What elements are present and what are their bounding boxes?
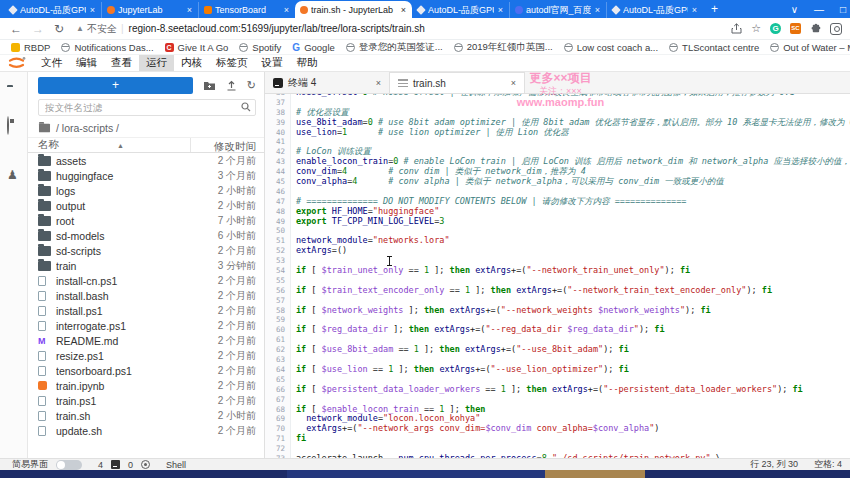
file-row[interactable]: install.ps12 个月前 bbox=[28, 303, 264, 318]
bookmark-star-icon[interactable]: ☆ bbox=[751, 22, 761, 35]
menu-帮助[interactable]: 帮助 bbox=[290, 55, 325, 71]
bookmark-item[interactable]: Notifications Das... bbox=[61, 42, 153, 53]
bookmark-item[interactable]: 登录您的英国签证... bbox=[346, 41, 443, 54]
tab-close-icon[interactable]: × bbox=[186, 5, 193, 15]
profile-avatar[interactable] bbox=[830, 23, 842, 35]
minimize-icon[interactable]: — bbox=[814, 4, 824, 15]
code-line[interactable]: 71fi bbox=[265, 434, 850, 444]
code-line[interactable]: 56if [ $train_text_encoder_only == 1 ]; … bbox=[265, 286, 850, 296]
menu-标签页[interactable]: 标签页 bbox=[209, 55, 255, 71]
kernel-count[interactable]: 0 bbox=[128, 460, 133, 470]
tab-close-icon[interactable]: × bbox=[400, 5, 407, 15]
bookmark-item[interactable]: GGoogle bbox=[292, 42, 334, 53]
browser-tab[interactable]: AutoDL-品质GPU租× bbox=[4, 2, 101, 18]
tab-train-sh[interactable]: train.sh × bbox=[390, 72, 525, 93]
tab-close-icon[interactable]: × bbox=[89, 5, 96, 15]
home-folder-icon[interactable] bbox=[39, 124, 50, 133]
file-row[interactable]: MREADME.md2 个月前 bbox=[28, 333, 264, 348]
file-row[interactable]: tensorboard.ps12 个月前 bbox=[28, 363, 264, 378]
browser-tab[interactable]: TensorBoard× bbox=[198, 2, 295, 18]
file-row[interactable]: sd-models6 小时前 bbox=[28, 228, 264, 243]
breadcrumb[interactable]: / lora-scripts / bbox=[28, 120, 264, 137]
extensions-puzzle-icon[interactable] bbox=[810, 23, 821, 34]
extension-manager-icon[interactable]: ♟ bbox=[7, 169, 18, 181]
bookmark-item[interactable]: Out of Water – M... bbox=[770, 42, 850, 53]
code-line[interactable]: 52extArgs=() bbox=[265, 246, 850, 256]
file-row[interactable]: train3 分钟前 bbox=[28, 258, 264, 273]
sc-extension-icon[interactable]: SC bbox=[790, 23, 801, 34]
close-icon[interactable]: × bbox=[376, 78, 381, 88]
forward-icon[interactable]: → bbox=[32, 22, 44, 36]
close-icon[interactable]: × bbox=[511, 78, 516, 88]
file-row[interactable]: install-cn.ps12 个月前 bbox=[28, 273, 264, 288]
bookmark-item[interactable]: TLScontact centre bbox=[669, 42, 759, 53]
terminal-count[interactable]: 4 bbox=[98, 460, 103, 470]
code-line[interactable]: 58if [ $network_weights ]; then extArgs+… bbox=[265, 306, 850, 316]
code-line[interactable]: 64if [ $use_lion == 1 ]; then extArgs+=(… bbox=[265, 365, 850, 375]
browser-tab[interactable]: JupyterLab× bbox=[101, 2, 198, 18]
code-line[interactable]: 70 extArgs+=("--network_args conv_dim=$c… bbox=[265, 424, 850, 434]
file-row[interactable]: train.ipynb2 个月前 bbox=[28, 378, 264, 393]
back-icon[interactable]: ← bbox=[10, 22, 22, 36]
menu-运行[interactable]: 运行 bbox=[139, 55, 174, 71]
tab-close-icon[interactable]: × bbox=[283, 5, 290, 15]
browser-tab[interactable]: train.sh - JupyterLab× bbox=[295, 1, 412, 18]
tab-search-icon[interactable]: ∨ bbox=[791, 4, 798, 15]
tab-close-icon[interactable]: × bbox=[594, 5, 601, 15]
code-line[interactable]: 45conv_alpha=4 # conv alpha | 类似于 networ… bbox=[265, 177, 850, 187]
bookmark-item[interactable]: Low cost coach a... bbox=[564, 42, 658, 53]
code-line[interactable]: 49export TF_CPP_MIN_LOG_LEVEL=3 bbox=[265, 217, 850, 227]
file-filter-input[interactable] bbox=[38, 99, 256, 116]
bookmark-item[interactable]: 2019年红领巾英国... bbox=[454, 41, 553, 54]
code-editor[interactable]: 36noise_offset=0 # noise offset | 在训练中添加… bbox=[265, 94, 850, 458]
file-row[interactable]: output2 小时前 bbox=[28, 198, 264, 213]
menu-查看[interactable]: 查看 bbox=[104, 55, 139, 71]
share-icon[interactable] bbox=[731, 23, 742, 34]
name-column-header[interactable]: 名称 ▲ bbox=[38, 138, 190, 152]
code-line[interactable]: 66if [ $persistent_data_loader_workers =… bbox=[265, 385, 850, 395]
bookmark-item[interactable]: RBDP bbox=[11, 42, 50, 53]
tab-close-icon[interactable]: × bbox=[497, 5, 504, 15]
modified-column-header[interactable]: 修改时间 bbox=[190, 138, 264, 152]
file-row[interactable]: resize.ps12 个月前 bbox=[28, 348, 264, 363]
code-line[interactable]: 54if [ $train_unet_only == 1 ]; then ext… bbox=[265, 266, 850, 276]
file-row[interactable]: assets2 个月前 bbox=[28, 153, 264, 168]
file-row[interactable]: sd-scripts2 个月前 bbox=[28, 243, 264, 258]
browser-tab[interactable]: autodl官网_百度搜索× bbox=[509, 2, 606, 18]
code-line[interactable]: 62if [ $use_8bit_adam == 1 ]; then extAr… bbox=[265, 345, 850, 355]
simple-mode-toggle[interactable] bbox=[56, 460, 82, 470]
file-row[interactable]: logs2 小时前 bbox=[28, 183, 264, 198]
maximize-icon[interactable]: □ bbox=[840, 4, 846, 15]
browser-tab[interactable]: AutoDL-品质GPU租× bbox=[412, 2, 509, 18]
menu-文件[interactable]: 文件 bbox=[34, 55, 69, 71]
tab-terminal-4[interactable]: 终端 4 × bbox=[265, 72, 390, 93]
file-row[interactable]: train.sh2 小时前 bbox=[28, 408, 264, 423]
upload-icon[interactable] bbox=[226, 80, 237, 91]
reload-icon[interactable]: ↻ bbox=[54, 22, 64, 36]
tab-close-icon[interactable]: × bbox=[691, 5, 698, 15]
new-folder-icon[interactable] bbox=[203, 80, 216, 91]
bookmark-item[interactable]: Spotify bbox=[239, 42, 281, 53]
address-bar[interactable]: ▲ 不安全 | region-8.seetacloud.com:51699/ju… bbox=[76, 22, 731, 36]
file-row[interactable]: interrogate.ps12 个月前 bbox=[28, 318, 264, 333]
file-row[interactable]: root7 小时前 bbox=[28, 213, 264, 228]
refresh-icon[interactable]: ↻ bbox=[247, 80, 256, 91]
menu-编辑[interactable]: 编辑 bbox=[69, 55, 104, 71]
code-line[interactable]: 37 bbox=[265, 98, 850, 108]
code-line[interactable]: 36noise_offset=0 # noise offset | 在训练中添加… bbox=[265, 94, 850, 98]
file-row[interactable]: train.ps12 个月前 bbox=[28, 393, 264, 408]
file-row[interactable]: install.bash2 个月前 bbox=[28, 288, 264, 303]
file-row[interactable]: update.sh2 个月前 bbox=[28, 423, 264, 438]
code-line[interactable]: 51network_module="networks.lora" bbox=[265, 236, 850, 246]
new-launcher-button[interactable]: + bbox=[38, 77, 193, 94]
menu-内核[interactable]: 内核 bbox=[174, 55, 209, 71]
menu-设置[interactable]: 设置 bbox=[255, 55, 290, 71]
running-terminals-icon[interactable] bbox=[7, 117, 9, 135]
shell-mode-label[interactable]: Shell bbox=[166, 460, 186, 470]
browser-tab[interactable]: AutoDL-品质GPU租× bbox=[606, 2, 703, 18]
code-line[interactable]: 40use_lion=1 # use lion optimizer | 使用 L… bbox=[265, 128, 850, 138]
code-line[interactable]: 60if [ $reg_data_dir ]; then extArgs+=("… bbox=[265, 325, 850, 335]
new-tab-button[interactable]: + bbox=[711, 2, 718, 16]
file-row[interactable]: huggingface3 个月前 bbox=[28, 168, 264, 183]
bookmark-item[interactable]: CGive It A Go bbox=[165, 42, 229, 53]
